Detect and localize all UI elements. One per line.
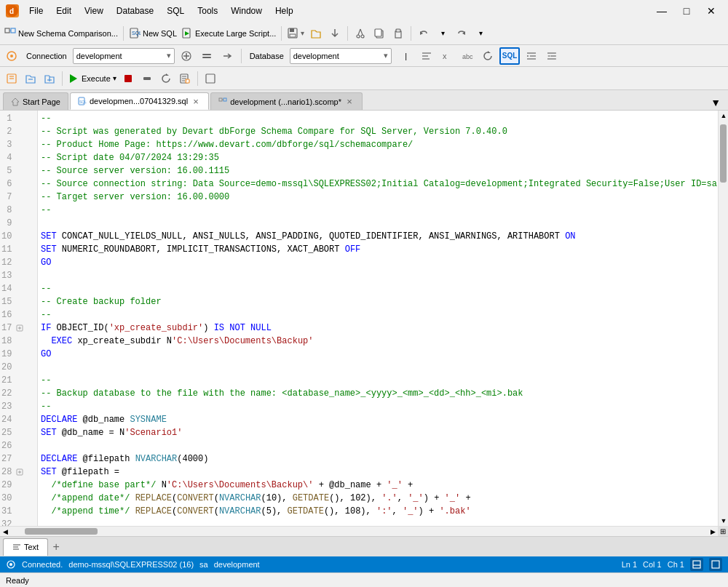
svg-text:x: x bbox=[443, 52, 447, 60]
format-button[interactable] bbox=[418, 47, 435, 65]
toolbar-execute: Execute ▾ ! bbox=[0, 67, 728, 90]
connection-dropdown[interactable]: development bbox=[73, 48, 175, 64]
svg-marker-52 bbox=[166, 73, 169, 76]
scroll-thumb[interactable] bbox=[720, 124, 727, 183]
paste-button[interactable] bbox=[389, 25, 407, 42]
sql-mode-label: SQL bbox=[502, 52, 518, 60]
indent-right-button[interactable] bbox=[543, 47, 561, 65]
status-server: demo-mssql\SQLEXPRESS02 (16) bbox=[68, 560, 194, 569]
redo-dropdown-button[interactable]: ▾ bbox=[472, 25, 489, 42]
status-fullscreen-toggle[interactable] bbox=[709, 558, 722, 571]
svg-rect-19 bbox=[396, 29, 400, 32]
sep6 bbox=[62, 71, 63, 86]
save-script-button[interactable] bbox=[41, 70, 58, 87]
connect-button[interactable] bbox=[218, 47, 236, 65]
window-controls: — □ ✕ bbox=[651, 4, 722, 18]
tab-start-page[interactable]: Start Page bbox=[3, 92, 68, 110]
tab-sql-close[interactable]: × bbox=[191, 96, 201, 106]
svg-rect-59 bbox=[206, 74, 215, 83]
svg-rect-50 bbox=[124, 75, 132, 82]
database-label: Database bbox=[247, 52, 287, 60]
svg-point-82 bbox=[9, 563, 12, 566]
svg-rect-27 bbox=[202, 54, 211, 55]
tab-sql-label: developmen...07041329.sql bbox=[90, 97, 188, 105]
code-editor[interactable]: ---- Script was generated by Devart dbFo… bbox=[38, 111, 718, 526]
maximize-button[interactable]: □ bbox=[676, 4, 697, 18]
menu-sql[interactable]: SQL bbox=[161, 3, 190, 19]
undo-button[interactable] bbox=[415, 25, 432, 42]
attach-button[interactable] bbox=[326, 25, 344, 42]
script-params-button[interactable]: abc bbox=[459, 47, 476, 65]
sep1 bbox=[123, 26, 124, 41]
variables-button[interactable]: x bbox=[438, 47, 456, 65]
new-sql-button[interactable]: SQL New SQL bbox=[127, 25, 178, 42]
refresh-execute-button[interactable] bbox=[157, 70, 175, 87]
manage-connection-button[interactable] bbox=[198, 47, 215, 65]
undo-dropdown-button[interactable]: ▾ bbox=[434, 25, 451, 42]
panel-icon bbox=[692, 560, 701, 569]
hscroll-right[interactable]: ▶ bbox=[708, 527, 718, 536]
hscroll-left[interactable]: ◀ bbox=[0, 527, 10, 536]
sep4 bbox=[411, 26, 411, 41]
resize-grip[interactable]: ⊞ bbox=[718, 527, 728, 536]
scroll-down-button[interactable]: ▼ bbox=[719, 516, 728, 526]
cut-button[interactable] bbox=[352, 25, 369, 42]
svg-marker-8 bbox=[185, 31, 189, 36]
close-button[interactable]: ✕ bbox=[700, 4, 722, 18]
connection-toolbar: Connection development Database developm… bbox=[0, 45, 728, 67]
status-bar: Connected. demo-mssql\SQLEXPRESS02 (16) … bbox=[0, 556, 728, 572]
svg-point-23 bbox=[10, 55, 13, 57]
redo-button[interactable] bbox=[453, 25, 470, 42]
bottom-tab-bar: Text + bbox=[0, 536, 728, 556]
scroll-track[interactable] bbox=[719, 121, 728, 516]
history-button[interactable]: ! bbox=[176, 70, 194, 87]
menu-database[interactable]: Database bbox=[111, 3, 159, 19]
status-user: sa bbox=[199, 560, 208, 569]
menu-help[interactable]: Help bbox=[269, 3, 299, 19]
menu-view[interactable]: View bbox=[79, 3, 109, 19]
save-dropdown-button[interactable]: ▾ bbox=[285, 25, 306, 42]
copy-button[interactable] bbox=[371, 25, 388, 42]
tab-sql-file[interactable]: SQL developmen...07041329.sql × bbox=[70, 92, 209, 110]
open-script-button[interactable] bbox=[22, 70, 39, 87]
code-content: ---- Script was generated by Devart dbFo… bbox=[38, 111, 718, 526]
vertical-scrollbar[interactable]: ▲ ▼ bbox=[718, 111, 728, 526]
database-dropdown[interactable]: development bbox=[290, 48, 392, 64]
new-schema-comparison-button[interactable]: New Schema Comparison... bbox=[3, 25, 119, 42]
menu-bar: File Edit View Database SQL Tools Window… bbox=[23, 3, 299, 19]
snippet-button[interactable] bbox=[202, 70, 219, 87]
menu-file[interactable]: File bbox=[23, 3, 49, 19]
bottom-tab-add[interactable]: + bbox=[48, 539, 64, 555]
refresh-db-button[interactable] bbox=[479, 47, 496, 65]
execute-large-script-button[interactable]: Execute Large Script... bbox=[180, 25, 277, 42]
execute-label: Execute bbox=[82, 74, 111, 83]
svg-text:abc: abc bbox=[462, 53, 473, 60]
open-button[interactable] bbox=[307, 25, 325, 42]
tab-scomp-close[interactable]: × bbox=[344, 97, 355, 107]
add-connection-button[interactable] bbox=[178, 47, 195, 65]
tab-scomp-file[interactable]: development (...nario1).scomp* × bbox=[210, 92, 363, 110]
line-numbers: 1234567891011121314151617181920212223242… bbox=[0, 111, 15, 526]
status-panel-toggle[interactable] bbox=[690, 558, 703, 571]
editor-wrapper: 1234567891011121314151617181920212223242… bbox=[0, 111, 728, 526]
menu-window[interactable]: Window bbox=[225, 3, 268, 19]
minimize-button[interactable]: — bbox=[651, 4, 673, 18]
svg-point-13 bbox=[361, 35, 364, 38]
execute-button[interactable]: Execute ▾ bbox=[66, 70, 118, 87]
bottom-tab-text[interactable]: Text bbox=[3, 538, 48, 556]
scroll-up-button[interactable]: ▲ bbox=[719, 111, 728, 121]
svg-rect-85 bbox=[712, 561, 719, 568]
indent-left-button[interactable] bbox=[523, 47, 540, 65]
tab-overflow-button[interactable]: ▼ bbox=[706, 95, 725, 110]
menu-edit[interactable]: Edit bbox=[50, 3, 77, 19]
properties-button[interactable] bbox=[3, 70, 20, 87]
cancel-execute-button[interactable] bbox=[138, 70, 156, 87]
menu-tools[interactable]: Tools bbox=[191, 3, 223, 19]
hscroll-track[interactable] bbox=[10, 527, 708, 536]
fullscreen-icon bbox=[711, 560, 720, 569]
svg-point-12 bbox=[357, 35, 360, 38]
sql-mode-button[interactable]: SQL bbox=[499, 47, 521, 65]
text-tab-icon bbox=[12, 543, 21, 551]
hscroll-thumb[interactable] bbox=[25, 528, 98, 535]
stop-button[interactable] bbox=[119, 70, 137, 87]
